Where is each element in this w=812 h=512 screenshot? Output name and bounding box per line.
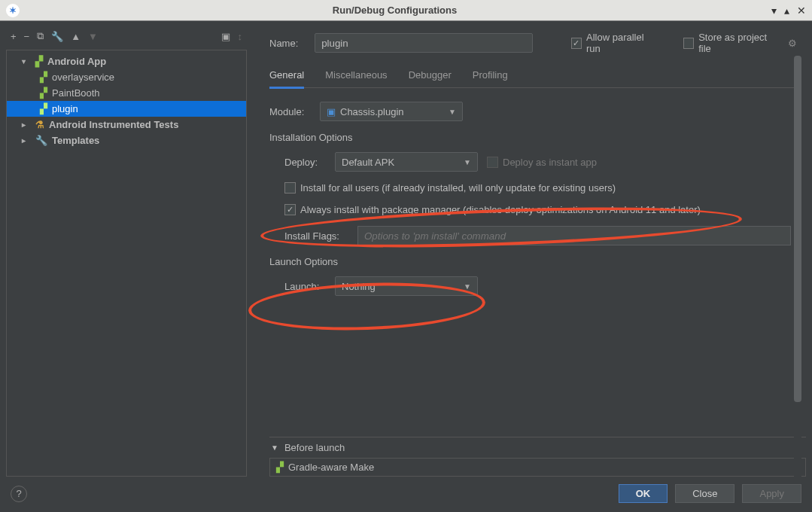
app-icon: ✶ [6, 4, 20, 17]
wrench-icon[interactable]: 🔧 [51, 31, 63, 42]
tab-profiling[interactable]: Profiling [473, 65, 508, 87]
tab-bar: General Miscellaneous Debugger Profiling [269, 65, 797, 88]
checkbox-label: Always install with package manager (dis… [300, 204, 701, 215]
title-bar: ✶ Run/Debug Configurations ▾ ▴ ✕ [0, 0, 812, 21]
install-section-label: Installation Options [269, 132, 797, 143]
config-toolbar: + − ⧉ 🔧 ▲ ▼ ▣ ↕ [6, 27, 247, 50]
scrollbar[interactable] [794, 56, 801, 477]
install-flags-input[interactable] [357, 226, 791, 245]
tree-node-paintbooth[interactable]: ▞ PaintBooth [7, 85, 246, 101]
dialog-footer: ? OK Close Apply [6, 477, 806, 506]
copy-icon[interactable]: ⧉ [37, 30, 44, 42]
tree-label: Templates [52, 135, 99, 146]
down-icon[interactable]: ▼ [88, 31, 98, 42]
launch-select[interactable]: Nothing ▼ [335, 276, 478, 296]
config-tree: ▾ ▞ Android App ▞ overlayservice ▞ Paint… [6, 50, 247, 477]
close-button[interactable]: Close [675, 484, 734, 503]
chevron-right-icon: ▸ [22, 120, 31, 129]
remove-icon[interactable]: − [24, 31, 30, 42]
before-launch-section: ▼ Before launch ▞ Gradle-aware Make [269, 437, 806, 477]
chevron-down-icon: ▾ [22, 57, 31, 66]
scrollbar-thumb[interactable] [794, 56, 801, 402]
tab-debugger[interactable]: Debugger [409, 65, 452, 87]
install-all-users-checkbox[interactable]: Install for all users (if already instal… [284, 182, 616, 194]
tab-miscellaneous[interactable]: Miscellaneous [325, 65, 387, 87]
chevron-down-icon: ▼ [464, 282, 471, 291]
tree-label: plugin [52, 103, 78, 114]
store-project-checkbox[interactable]: Store as project file [683, 32, 779, 54]
launch-section-label: Launch Options [269, 256, 797, 267]
sidebar: + − ⧉ 🔧 ▲ ▼ ▣ ↕ ▾ ▞ Android App ▞ overla… [6, 27, 247, 477]
android-icon: ▞ [40, 72, 47, 83]
before-launch-item-label: Gradle-aware Make [288, 462, 374, 473]
config-panel: Name: ✓ Allow parallel run Store as proj… [247, 27, 806, 477]
checkbox-unchecked-icon [284, 182, 296, 194]
deploy-value: Default APK [342, 157, 394, 168]
chevron-down-icon: ▼ [271, 443, 278, 452]
up-icon[interactable]: ▲ [71, 31, 81, 42]
name-input[interactable] [315, 33, 532, 53]
chevron-down-icon: ▼ [464, 158, 471, 166]
deploy-select[interactable]: Default APK ▼ [335, 152, 478, 172]
main-panel: + − ⧉ 🔧 ▲ ▼ ▣ ↕ ▾ ▞ Android App ▞ overla… [0, 21, 812, 512]
module-icon: ▣ [327, 106, 336, 117]
launch-value: Nothing [342, 281, 376, 292]
module-value: Chassis.plugin [340, 106, 404, 117]
before-launch-label: Before launch [284, 442, 345, 453]
ok-button[interactable]: OK [619, 484, 668, 503]
android-icon: ▞ [276, 462, 284, 473]
deploy-label: Deploy: [284, 157, 326, 168]
tree-node-android-app[interactable]: ▾ ▞ Android App [7, 53, 246, 69]
tree-label: PaintBooth [52, 87, 100, 99]
name-label: Name: [269, 38, 306, 49]
help-button[interactable]: ? [11, 486, 27, 502]
install-flags-label: Install Flags: [284, 230, 348, 242]
apply-button[interactable]: Apply [742, 484, 801, 503]
checkbox-unchecked-icon [487, 157, 498, 168]
tree-node-instrumented-tests[interactable]: ▸ ⚗ Android Instrumented Tests [7, 117, 246, 133]
tree-label: Android Instrumented Tests [49, 119, 178, 130]
tree-node-overlayservice[interactable]: ▞ overlayservice [7, 69, 246, 85]
checkbox-checked-icon: ✓ [571, 38, 582, 49]
module-select[interactable]: ▣ Chassis.plugin ▼ [320, 102, 463, 121]
always-package-manager-checkbox[interactable]: ✓ Always install with package manager (d… [284, 204, 701, 215]
flask-icon: ⚗ [35, 119, 44, 130]
folder-icon[interactable]: ▣ [221, 31, 230, 42]
tree-label: overlayservice [52, 72, 114, 83]
checkbox-label: Allow parallel run [586, 32, 658, 54]
checkbox-unchecked-icon [683, 38, 694, 49]
add-icon[interactable]: + [11, 31, 17, 42]
checkbox-label: Store as project file [698, 32, 779, 54]
tree-node-plugin[interactable]: ▞ plugin [7, 101, 246, 117]
checkbox-checked-icon: ✓ [284, 204, 296, 215]
close-window-icon[interactable]: ✕ [797, 5, 806, 17]
checkbox-label: Deploy as instant app [503, 157, 597, 168]
chevron-right-icon: ▸ [22, 136, 31, 145]
sort-icon[interactable]: ↕ [238, 31, 243, 42]
android-icon: ▞ [35, 56, 43, 67]
tab-general[interactable]: General [269, 65, 304, 89]
window-title: Run/Debug Configurations [26, 5, 764, 16]
launch-label: Launch: [284, 281, 326, 292]
before-launch-item[interactable]: ▞ Gradle-aware Make [269, 458, 806, 477]
before-launch-header[interactable]: ▼ Before launch [269, 437, 806, 458]
gear-icon[interactable]: ⚙ [788, 38, 797, 49]
module-label: Module: [269, 106, 311, 117]
checkbox-label: Install for all users (if already instal… [300, 182, 616, 194]
minimize-icon[interactable]: ▾ [771, 5, 777, 17]
tree-node-templates[interactable]: ▸ 🔧 Templates [7, 133, 246, 148]
tree-label: Android App [47, 56, 106, 67]
allow-parallel-checkbox[interactable]: ✓ Allow parallel run [571, 32, 658, 54]
chevron-down-icon: ▼ [449, 108, 456, 116]
maximize-icon[interactable]: ▴ [784, 5, 789, 17]
deploy-instant-checkbox[interactable]: Deploy as instant app [487, 157, 597, 168]
android-icon: ▞ [40, 103, 47, 114]
wrench-icon: 🔧 [35, 135, 47, 146]
android-icon: ▞ [40, 87, 47, 99]
